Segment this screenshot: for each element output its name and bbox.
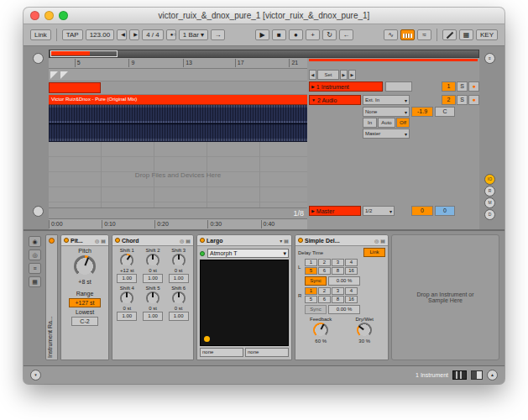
track-name-audio[interactable]: ▼ 2 Audio	[309, 95, 361, 105]
xy-handle[interactable]	[204, 336, 210, 342]
delay-device-header[interactable]: Simple Del... ◎ ▤	[295, 235, 388, 246]
fold-icon[interactable]: ▶	[311, 208, 315, 213]
nudge-down-button[interactable]: ◀	[117, 29, 127, 40]
unfold-plugin-icon[interactable]: ▾	[280, 238, 282, 244]
detail-view-toggle-button[interactable]: ▲	[487, 370, 498, 381]
hot-swap-icon[interactable]: ◎	[95, 238, 99, 244]
time-ruler[interactable]: 0:00 0:10 0:20 0:30 0:40	[49, 218, 307, 229]
audio-to-chooser[interactable]: Master ▾	[363, 129, 410, 139]
arm-button[interactable]: ●	[468, 81, 479, 92]
drywet-knob[interactable]	[357, 323, 372, 338]
tempo-field[interactable]: 123.00	[86, 29, 114, 40]
left-sync-toggle[interactable]: Sync	[305, 276, 327, 286]
metronome-icon[interactable]: ●○	[166, 29, 176, 40]
arrangement-overview[interactable]	[49, 50, 479, 58]
master-track-lane[interactable]: 1/8	[49, 207, 307, 218]
track-name-instrument[interactable]: ▶ 1 Instrument	[309, 81, 383, 92]
midi-clip[interactable]	[49, 82, 101, 93]
set-prev-button[interactable]: ◀	[309, 70, 316, 80]
computer-midi-keyboard-icon[interactable]	[400, 29, 415, 40]
input-channel-chooser[interactable]: None ▾	[363, 107, 410, 117]
shift-knob[interactable]	[172, 254, 186, 267]
beat-button[interactable]: 4	[345, 287, 358, 295]
play-button[interactable]: ▶	[255, 29, 269, 40]
save-preset-icon[interactable]: ▤	[186, 238, 191, 244]
largo-device-header[interactable]: Largo ▾ ▤	[197, 235, 291, 246]
shift-gain-field[interactable]: 1.00	[143, 312, 163, 321]
solo-button[interactable]: S	[457, 81, 468, 92]
monitor-off-button[interactable]: Off	[396, 118, 410, 128]
shift-gain-field[interactable]: 1.00	[143, 274, 163, 283]
loop-start-marker[interactable]	[50, 71, 58, 79]
chain-list-toggle-icon[interactable]: ≡	[29, 263, 41, 274]
hot-swap-icon[interactable]: ◎	[374, 238, 379, 244]
titlebar[interactable]: victor_ruix_&_dnox_pure_1 [victor_ruix_&…	[24, 8, 504, 24]
time-signature-field[interactable]: 4 / 4	[142, 29, 164, 40]
pen-icon[interactable]	[442, 29, 457, 40]
beat-button[interactable]: 2	[318, 287, 331, 295]
beat-button[interactable]: 1	[305, 259, 317, 266]
set-next-button[interactable]: ▶	[348, 70, 356, 80]
shift-gain-field[interactable]: 1.00	[169, 274, 189, 283]
solo-button[interactable]: S	[457, 95, 468, 105]
preset-chooser[interactable]: Atmorph T ▾	[207, 249, 289, 258]
range-field[interactable]: +127 st	[69, 298, 101, 307]
shift-gain-field[interactable]: 1.00	[169, 312, 189, 321]
shift-knob[interactable]	[172, 291, 186, 305]
fold-icon[interactable]: ▼	[311, 97, 316, 102]
mixer-section-toggle[interactable]: M	[484, 197, 495, 208]
pitch-device-header[interactable]: Pit... ◎ ▤	[61, 235, 108, 246]
device-activator-led[interactable]	[200, 238, 205, 243]
plugin-xy-panel[interactable]	[200, 260, 289, 346]
right-time-field[interactable]: 0.00 %	[328, 305, 360, 314]
hot-swap-icon[interactable]: ◎	[29, 249, 41, 260]
shift-knob[interactable]	[120, 291, 133, 305]
beat-button[interactable]: 6	[318, 267, 331, 275]
punch-marker[interactable]	[60, 71, 68, 79]
io-section-toggle[interactable]: IO	[484, 174, 495, 185]
beat-button[interactable]: 3	[332, 259, 344, 266]
track-lane-instrument[interactable]	[49, 81, 307, 95]
overdub-button[interactable]: +	[306, 29, 320, 40]
back-to-arrangement-button[interactable]	[309, 59, 478, 61]
track-activator[interactable]: 1	[442, 81, 456, 92]
beat-button[interactable]: 2	[318, 259, 331, 266]
panel-toggle-button[interactable]: ▾	[30, 370, 41, 381]
re-enable-automation-button[interactable]: ↻	[322, 29, 337, 40]
device-activator-led[interactable]	[298, 238, 303, 243]
chord-device-header[interactable]: Chord ◎ ▤	[112, 235, 193, 246]
beat-button[interactable]: 8	[332, 296, 344, 303]
pitch-knob[interactable]	[74, 255, 96, 277]
follow-button[interactable]: →	[211, 29, 225, 40]
fold-icon[interactable]: ▶	[311, 84, 315, 89]
quantize-menu[interactable]: 1 Bar ▾	[179, 29, 208, 40]
right-sync-toggle[interactable]: Sync	[305, 305, 327, 314]
devices-toggle-icon[interactable]: ▦	[29, 276, 41, 287]
beat-button[interactable]: 16	[345, 267, 358, 275]
volume-field[interactable]: -1.9	[411, 107, 433, 117]
returns-section-toggle[interactable]: R	[484, 186, 495, 197]
master-pan-field[interactable]: 0	[435, 206, 455, 216]
shift-gain-field[interactable]: 1.00	[117, 312, 137, 321]
zoom-button[interactable]	[59, 11, 68, 20]
shift-knob[interactable]	[146, 254, 159, 267]
back-to-start-button[interactable]: ←	[339, 29, 353, 40]
left-top-round-button[interactable]	[33, 53, 44, 64]
beat-button[interactable]: 8	[332, 267, 344, 275]
master-volume-field[interactable]: 0	[411, 206, 433, 216]
beat-button[interactable]: 6	[318, 296, 331, 303]
pan-field[interactable]: C	[435, 107, 455, 117]
save-preset-icon[interactable]: ▤	[101, 238, 106, 244]
cue-out-chooser[interactable]: 1/2 ▾	[363, 206, 395, 216]
monitor-auto-button[interactable]: Auto	[378, 118, 395, 128]
key-map-button[interactable]: KEY	[476, 29, 498, 40]
beat-button[interactable]: 4	[345, 259, 358, 266]
stop-button[interactable]: ■	[272, 29, 286, 40]
audio-clip-title-bar[interactable]: Victor Ruiz&Dnox - Pure (Original Mix)	[49, 95, 307, 105]
track-activator[interactable]: 2	[442, 95, 456, 105]
shift-knob[interactable]	[146, 291, 159, 305]
beat-button-active[interactable]: 5	[305, 267, 317, 275]
minimize-button[interactable]	[44, 11, 54, 20]
tap-tempo-button[interactable]: TAP	[62, 29, 83, 40]
device-activator-led[interactable]	[64, 238, 69, 243]
